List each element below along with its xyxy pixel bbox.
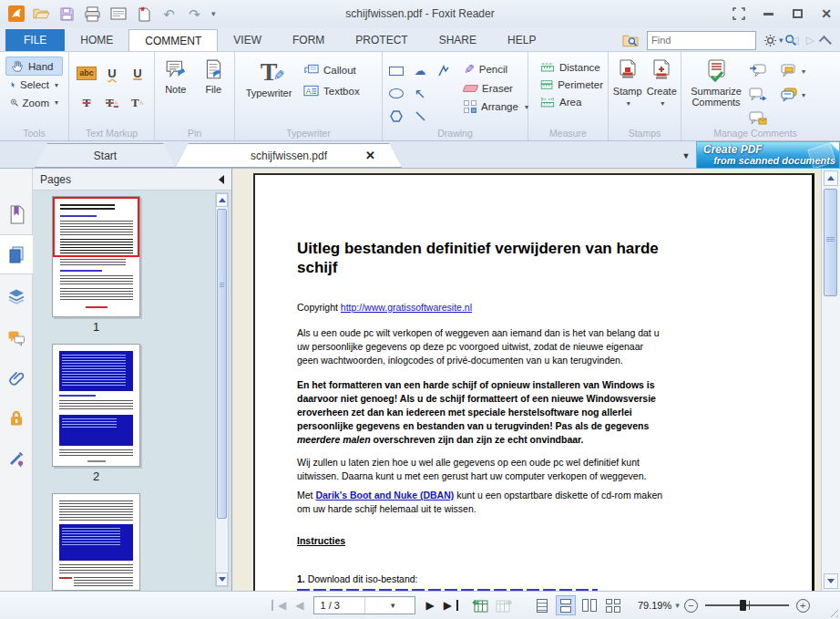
- page-thumbnail-3[interactable]: [52, 493, 140, 591]
- summarize-comments-button[interactable]: Summarize Comments: [683, 56, 749, 126]
- show-comments-dropdown-icon[interactable]: ▾: [780, 88, 805, 102]
- zoom-slider[interactable]: [705, 604, 789, 606]
- fullscreen-icon[interactable]: [731, 6, 747, 21]
- zoom-dropdown-icon[interactable]: ▾: [675, 601, 680, 610]
- squiggly-underline-icon[interactable]: U: [108, 67, 116, 79]
- continuous-facing-view-button[interactable]: [603, 595, 623, 615]
- highlight-text-icon[interactable]: abc: [77, 67, 97, 80]
- email-icon[interactable]: [109, 5, 127, 23]
- create-stamp-button[interactable]: Create▾: [645, 56, 680, 126]
- bookmarks-panel-icon[interactable]: [0, 194, 33, 234]
- redo-icon[interactable]: ↷: [186, 5, 203, 23]
- minimize-button[interactable]: [760, 6, 776, 21]
- single-page-view-button[interactable]: [532, 595, 552, 615]
- callout-button[interactable]: Callout: [301, 63, 363, 77]
- insert-text-icon[interactable]: T^: [131, 97, 144, 108]
- page-thumbnail-1[interactable]: [52, 196, 140, 317]
- replace-text-icon[interactable]: T^: [106, 97, 118, 108]
- last-page-button[interactable]: ▶: [439, 600, 458, 611]
- tab-form[interactable]: FORM: [277, 29, 340, 51]
- page-box-dropdown-icon[interactable]: ▼: [364, 597, 415, 614]
- dban-link[interactable]: Darik's Boot and Nuke (DBAN): [315, 490, 454, 500]
- typewriter-button[interactable]: T ✎ Typewriter: [237, 56, 301, 126]
- close-button[interactable]: ✕: [818, 6, 835, 21]
- comments-panel-icon[interactable]: [0, 318, 33, 358]
- find-previous-icon[interactable]: ◁: [791, 34, 799, 46]
- page-thumbnail-2[interactable]: [52, 344, 140, 467]
- perimeter-button[interactable]: Perimeter: [538, 78, 606, 91]
- tab-protect[interactable]: PROTECT: [340, 29, 423, 51]
- pages-panel-icon[interactable]: [0, 234, 33, 274]
- panel-scroll-up-icon[interactable]: [216, 193, 228, 207]
- tab-share[interactable]: SHARE: [424, 29, 492, 51]
- panel-scroll-down-icon[interactable]: [216, 573, 228, 586]
- select-tool-button[interactable]: Select▾: [5, 77, 63, 93]
- resize-grip[interactable]: [827, 606, 838, 617]
- export-comments-icon[interactable]: [749, 88, 767, 102]
- tab-home[interactable]: HOME: [65, 29, 128, 51]
- file-attachment-button[interactable]: File: [195, 56, 233, 126]
- tab-list-dropdown-icon[interactable]: ▼: [678, 149, 694, 163]
- zoom-level[interactable]: 79.19%: [638, 600, 671, 611]
- close-tab-icon[interactable]: ✕: [365, 149, 375, 162]
- doc-scroll-up-icon[interactable]: [824, 170, 838, 186]
- page-number-box[interactable]: 1 / 3 ▼: [313, 596, 415, 614]
- tab-comment[interactable]: COMMENT: [128, 29, 218, 51]
- tab-start[interactable]: Start: [35, 143, 176, 168]
- pencil-button[interactable]: ✎Pencil: [461, 61, 531, 77]
- arrow-shape-icon[interactable]: ↖: [415, 87, 426, 100]
- cloud-shape-icon[interactable]: ☁: [415, 65, 426, 77]
- zoom-tool-button[interactable]: Zoom▾: [5, 94, 63, 111]
- stamp-button[interactable]: Stamp▾: [610, 56, 645, 126]
- continuous-view-button[interactable]: [556, 595, 576, 615]
- document-scrollbar[interactable]: [821, 169, 840, 591]
- next-view-button[interactable]: [495, 597, 513, 614]
- zoom-slider-handle[interactable]: [740, 600, 746, 611]
- polyline-shape-icon[interactable]: [437, 65, 450, 77]
- signature-panel-icon[interactable]: [0, 438, 33, 479]
- strikeout-text-icon[interactable]: T: [83, 97, 91, 108]
- find-options-button[interactable]: ▾: [763, 34, 784, 47]
- arrange-button[interactable]: Arrange▾: [461, 99, 531, 114]
- area-button[interactable]: Area: [538, 96, 606, 108]
- new-document-icon[interactable]: [135, 5, 152, 23]
- next-page-button[interactable]: ▶: [421, 600, 438, 611]
- tab-help[interactable]: HELP: [492, 29, 551, 51]
- oval-shape-icon[interactable]: [389, 88, 404, 98]
- previous-view-button[interactable]: [471, 597, 489, 614]
- facing-view-button[interactable]: [579, 595, 599, 615]
- find-next-icon[interactable]: ▷: [806, 34, 814, 46]
- underline-text-icon[interactable]: U: [133, 67, 141, 79]
- polygon-shape-icon[interactable]: [390, 110, 403, 122]
- attachments-panel-icon[interactable]: [0, 358, 33, 398]
- zoom-in-button[interactable]: +: [796, 599, 810, 613]
- previous-page-button[interactable]: ◀: [291, 600, 308, 611]
- comments-list-dropdown-icon[interactable]: ▾: [780, 64, 805, 78]
- open-file-icon[interactable]: [33, 5, 50, 23]
- layers-panel-icon[interactable]: [0, 276, 33, 316]
- tab-view[interactable]: VIEW: [218, 29, 277, 51]
- copyright-link[interactable]: http://www.gratissoftwaresite.nl: [341, 302, 472, 313]
- pages-panel-scrollbar[interactable]: [215, 192, 229, 587]
- print-icon[interactable]: [84, 5, 101, 23]
- distance-button[interactable]: Distance: [538, 61, 606, 74]
- panel-scrollbar-thumb[interactable]: [217, 209, 227, 519]
- textbox-button[interactable]: A Textbox: [301, 84, 363, 98]
- doc-scrollbar-thumb[interactable]: [824, 189, 837, 296]
- tab-schijfwissen[interactable]: schijfwissen.pdf✕: [176, 143, 402, 168]
- eraser-button[interactable]: Eraser: [461, 82, 531, 95]
- rectangle-shape-icon[interactable]: [389, 67, 404, 76]
- doc-scroll-down-icon[interactable]: [824, 573, 838, 589]
- undo-icon[interactable]: ↶: [160, 5, 178, 23]
- collapse-panel-icon[interactable]: [219, 175, 224, 184]
- import-comments-icon[interactable]: [749, 64, 767, 78]
- find-in-files-icon[interactable]: [622, 33, 640, 47]
- first-page-button[interactable]: ◀: [271, 600, 291, 611]
- save-icon[interactable]: [58, 5, 76, 23]
- collapse-ribbon-icon[interactable]: [819, 36, 832, 48]
- create-pdf-banner[interactable]: Create PDF from scanned documents: [696, 141, 840, 169]
- document-view[interactable]: Uitleg bestanden definitief verwijderen …: [231, 169, 840, 591]
- current-view-indicator[interactable]: [53, 197, 139, 257]
- tab-file[interactable]: FILE: [5, 29, 65, 51]
- email-comments-icon[interactable]: [749, 111, 767, 126]
